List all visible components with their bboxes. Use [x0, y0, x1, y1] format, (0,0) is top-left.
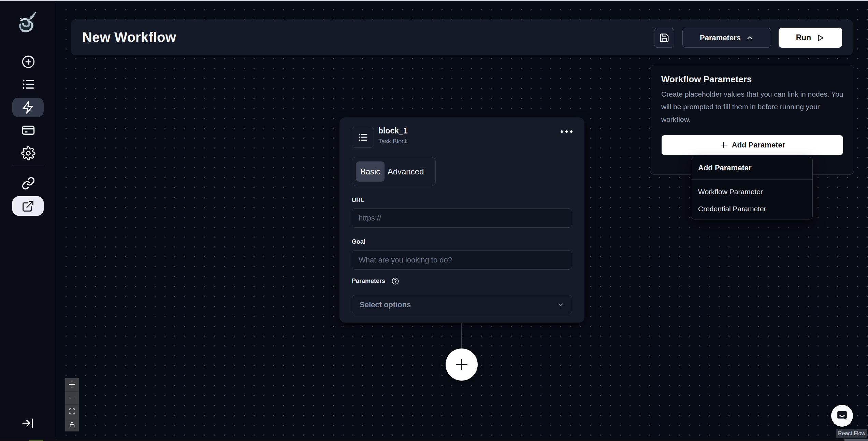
- menu-item-workflow-parameter[interactable]: Workflow Parameter: [691, 184, 812, 200]
- lock-open-icon: [69, 422, 75, 428]
- parameters-label: Parameters: [352, 278, 385, 285]
- sidebar-item-integrations[interactable]: [21, 176, 36, 191]
- plus-icon: [454, 357, 469, 372]
- list-icon: [21, 77, 36, 92]
- sidebar-collapse-button[interactable]: [20, 416, 36, 431]
- sidebar-item-workflows[interactable]: [12, 98, 44, 117]
- add-block-button[interactable]: [446, 348, 478, 381]
- plus-icon: [720, 141, 728, 149]
- fit-view-icon: [69, 408, 75, 415]
- chat-widget-button[interactable]: [831, 405, 853, 427]
- sidebar-item-billing[interactable]: [21, 123, 36, 138]
- zoom-in-button[interactable]: [65, 378, 79, 392]
- sidebar-item-create[interactable]: [21, 55, 35, 69]
- app-window: New Workflow Parameters Run: [0, 0, 868, 441]
- chevron-up-icon: [746, 34, 754, 42]
- parameters-select[interactable]: Select options: [352, 295, 572, 314]
- task-block-node[interactable]: block_1 Task Block Basic Advanced URL Go…: [339, 117, 584, 323]
- menu-item-credential-parameter[interactable]: Credential Parameter: [691, 201, 812, 217]
- skyvern-logo: [15, 7, 41, 34]
- external-link-icon: [21, 200, 34, 213]
- add-parameter-button[interactable]: Add Parameter: [662, 135, 843, 155]
- list-icon: [357, 131, 369, 143]
- sidebar-item-settings[interactable]: [21, 146, 36, 161]
- play-icon: [816, 33, 825, 42]
- panel-title: Workflow Parameters: [661, 74, 752, 85]
- chat-bubble-icon: [835, 409, 849, 423]
- wallpaper-sliver: [29, 440, 43, 441]
- run-button[interactable]: Run: [779, 28, 842, 48]
- zap-icon: [21, 101, 35, 114]
- tab-advanced[interactable]: Advanced: [385, 161, 427, 182]
- gear-icon: [21, 146, 35, 160]
- header-bar: New Workflow Parameters Run: [71, 19, 853, 55]
- sidebar-divider: [12, 166, 44, 166]
- link-icon: [21, 176, 35, 190]
- zoom-out-button[interactable]: [65, 392, 79, 405]
- block-icon-box: [352, 127, 374, 148]
- react-flow-attribution[interactable]: React Flow: [836, 429, 867, 438]
- save-button[interactable]: [654, 28, 674, 48]
- block-tabs: Basic Advanced: [352, 157, 436, 186]
- parameters-toggle-button[interactable]: Parameters: [682, 28, 771, 48]
- select-placeholder: Select options: [360, 300, 411, 309]
- sidebar-item-runs[interactable]: [21, 77, 36, 92]
- goal-input[interactable]: [352, 250, 572, 270]
- help-circle-icon[interactable]: [391, 277, 399, 285]
- menu-divider: [691, 179, 812, 180]
- sidebar-item-share[interactable]: [12, 196, 44, 216]
- goal-label: Goal: [352, 238, 365, 245]
- attribution-label: React Flow: [838, 430, 865, 437]
- add-parameter-button-label: Add Parameter: [732, 141, 785, 150]
- tab-basic[interactable]: Basic: [356, 161, 385, 182]
- url-input[interactable]: [352, 208, 572, 228]
- run-button-label: Run: [796, 33, 811, 42]
- block-options-button[interactable]: [561, 130, 573, 133]
- plus-circle-icon: [21, 55, 35, 69]
- minus-icon: [68, 394, 76, 402]
- window-top-edge: [0, 0, 868, 1]
- menu-header: Add Parameter: [698, 163, 752, 172]
- window-bottom-edge-segment: [844, 439, 868, 441]
- arrow-to-bar-icon: [21, 416, 35, 430]
- page-title: New Workflow: [82, 19, 176, 55]
- sidebar: [0, 1, 57, 439]
- edge-connector: [461, 323, 462, 349]
- block-name: block_1: [378, 126, 408, 136]
- parameters-button-label: Parameters: [700, 33, 741, 42]
- url-label: URL: [352, 197, 364, 204]
- save-icon: [659, 33, 669, 43]
- window-bottom-edge: [0, 439, 868, 441]
- panel-description: Create placeholder values that you can l…: [661, 88, 845, 126]
- add-parameter-menu: Add Parameter Workflow Parameter Credent…: [691, 157, 813, 219]
- lock-toggle-button[interactable]: [65, 418, 79, 431]
- fit-view-button[interactable]: [65, 405, 79, 418]
- credit-card-icon: [21, 123, 35, 137]
- canvas-controls: [65, 378, 79, 431]
- parameters-field-header: Parameters: [352, 277, 399, 285]
- plus-icon: [68, 381, 76, 388]
- block-type-label: Task Block: [378, 138, 408, 145]
- chevron-down-icon: [557, 301, 564, 309]
